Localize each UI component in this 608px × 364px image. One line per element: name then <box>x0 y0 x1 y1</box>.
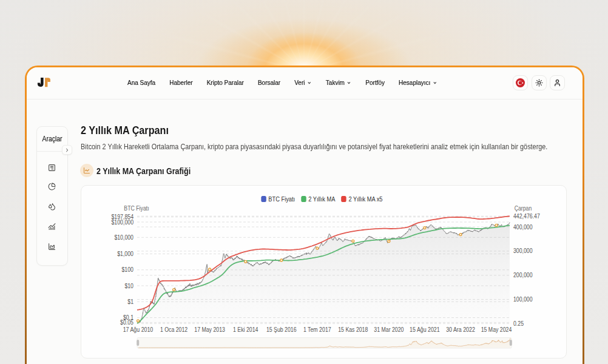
svg-text:442,476.47: 442,476.47 <box>513 213 540 220</box>
svg-text:$100,000: $100,000 <box>112 219 134 226</box>
svg-text:200,000: 200,000 <box>513 272 533 278</box>
svg-text:$100: $100 <box>122 266 134 273</box>
svg-text:30 Ara 2022: 30 Ara 2022 <box>446 326 475 333</box>
svg-text:15 Şub 2016: 15 Şub 2016 <box>266 326 297 333</box>
svg-text:1 Oca 2012: 1 Oca 2012 <box>160 326 188 333</box>
svg-text:$1: $1 <box>127 298 133 305</box>
svg-text:17 Ağu 2010: 17 Ağu 2010 <box>123 326 154 333</box>
svg-text:300,000: 300,000 <box>513 248 533 254</box>
svg-text:15 May 2024: 15 May 2024 <box>481 326 512 333</box>
svg-text:$10: $10 <box>124 283 133 289</box>
svg-text:15 Ağu 2021: 15 Ağu 2021 <box>410 326 440 333</box>
svg-text:$10,000: $10,000 <box>114 234 133 241</box>
svg-text:17 May 2013: 17 May 2013 <box>194 326 225 333</box>
svg-text:1 Tem 2017: 1 Tem 2017 <box>303 326 331 333</box>
svg-text:100,000: 100,000 <box>513 296 533 303</box>
svg-text:1 Eki 2014: 1 Eki 2014 <box>233 326 258 333</box>
svg-text:$0.05: $0.05 <box>120 319 133 326</box>
svg-text:400,000: 400,000 <box>513 224 533 231</box>
svg-text:Çarpan: Çarpan <box>515 204 532 212</box>
svg-text:0.25: 0.25 <box>513 320 524 327</box>
svg-text:BTC Fiyatı: BTC Fiyatı <box>124 204 149 212</box>
svg-text:$1,000: $1,000 <box>117 251 133 257</box>
svg-text:31 Mar 2020: 31 Mar 2020 <box>374 326 404 333</box>
svg-text:15 Kas 2018: 15 Kas 2018 <box>338 326 368 333</box>
